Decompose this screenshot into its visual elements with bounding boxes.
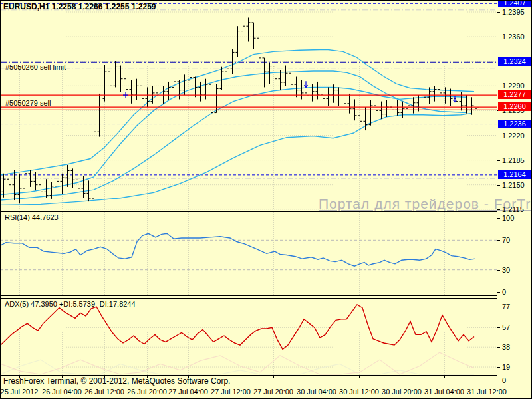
axis-tick [497, 86, 500, 86]
axis-tick [497, 218, 500, 219]
time-label: 30 Jul 12:00 [339, 388, 379, 396]
adx-scale-label: 77 [502, 303, 510, 311]
time-label: 27 Jul 20:00 [253, 388, 293, 396]
axis-tick [497, 185, 500, 186]
time-label: 26 Jul 04:00 [42, 388, 82, 396]
axis-tick [497, 37, 500, 37]
price-label: 1.2220 [502, 132, 525, 140]
axis-tick [497, 327, 500, 328]
price-label: 1.2150 [502, 181, 525, 189]
adx-scale-label: 0 [502, 376, 506, 384]
time-label: 27 Jul 12:00 [211, 388, 251, 396]
time-tick [231, 376, 231, 378]
adx-scale-label: 57 [502, 323, 510, 331]
time-tick [444, 376, 445, 378]
price-badge-blue: 1.2236 [498, 120, 531, 128]
price-badge-red: 1.2260 [498, 102, 531, 111]
rsi-line [1, 233, 475, 266]
terminal-credits: FreshForex Terminal, © 2001-2012, MetaQu… [3, 376, 230, 386]
axis-tick [497, 270, 500, 271]
adx-scale-label: 38 [502, 343, 510, 351]
rsi-indicator-label: RSI(14) 44.7623 [5, 213, 59, 221]
price-badge-red: 1.2277 [498, 90, 531, 99]
rsi-scale-label: 100 [502, 214, 514, 222]
price-badge-blue: 1.2324 [498, 57, 531, 66]
lower-band [1, 114, 471, 205]
time-label: 30 Jul 20:00 [382, 388, 422, 396]
price-badge-blue: 1.2164 [498, 170, 531, 179]
time-tick [402, 376, 402, 378]
time-tick [273, 376, 274, 378]
adx-indicator-label: ADX(5) 47.3950 +DI:5.5739 -DI:17.8244 [5, 300, 136, 308]
axis-tick [497, 307, 500, 307]
axis-tick [497, 12, 500, 13]
time-tick [359, 376, 360, 378]
time-label: 31 Jul 04:00 [424, 388, 464, 396]
price-badge-blue: 1.2407 [498, 0, 531, 7]
axis-tick [497, 136, 500, 136]
plus-di-line [1, 360, 474, 374]
price-axis[interactable]: 1.23951.23601.22901.22551.22201.21851.21… [497, 1, 532, 399]
order-sell-limit-label: #5050260 sell limit [5, 63, 66, 71]
order-marker-cross [123, 92, 128, 98]
mid-upper-band [1, 71, 466, 195]
adx-chart-canvas[interactable] [1, 298, 497, 376]
order-sell-label: #5050279 sell [5, 99, 51, 107]
rsi-scale-label: 30 [502, 266, 510, 274]
axis-tick [497, 240, 500, 241]
axis-tick [497, 292, 500, 293]
adx-scale-label: 19 [502, 363, 510, 371]
time-label: 25 Jul 2012 [1, 388, 39, 396]
time-label: 26 Jul 20:00 [127, 388, 167, 396]
time-label: 26 Jul 12:00 [84, 388, 124, 396]
price-label: 1.2395 [502, 8, 525, 16]
adx-line [1, 305, 474, 350]
rsi-scale-label: 70 [502, 236, 510, 244]
price-label: 1.2290 [502, 82, 525, 90]
axis-tick [497, 367, 500, 368]
axis-tick [497, 160, 500, 161]
rsi-chart-canvas[interactable] [1, 211, 497, 296]
rsi-scale-label: 0 [502, 288, 506, 296]
price-label: 1.2360 [502, 33, 525, 41]
axis-tick [497, 378, 500, 378]
axis-tick [497, 209, 500, 210]
price-chart-canvas[interactable] [1, 1, 497, 210]
time-tick [317, 376, 317, 378]
time-label: 30 Jul 04:00 [297, 388, 336, 396]
mid-lower-band [1, 87, 466, 200]
price-label: 1.2115 [502, 205, 524, 213]
mt4-chart-window: EURUSD,H1 1.2258 1.2266 1.2255 1.2259 #5… [0, 0, 532, 399]
chart-title: EURUSD,H1 1.2258 1.2266 1.2255 1.2259 [3, 2, 156, 11]
time-label: 27 Jul 04:00 [168, 388, 208, 396]
time-tick [487, 376, 487, 378]
axis-tick [497, 347, 500, 348]
price-label: 1.2185 [502, 156, 525, 164]
